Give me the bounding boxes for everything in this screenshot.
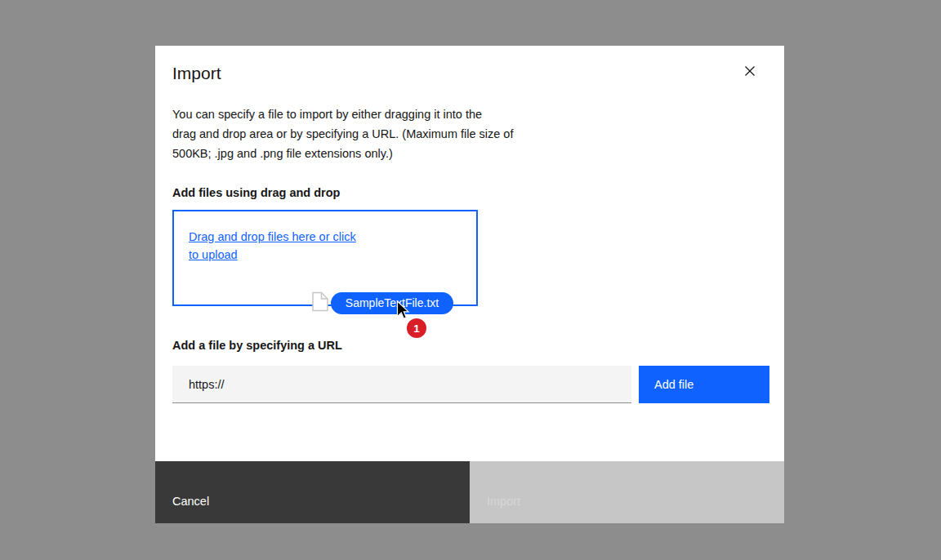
description-line: 500KB; .jpg and .png file extensions onl… [172,144,513,163]
modal-title: Import [172,64,221,83]
dropzone-heading: Add files using drag and drop [172,186,340,199]
modal-footer: Cancel Import [155,461,784,523]
drag-count-badge: 1 [407,318,426,338]
modal-description: You can specify a file to import by eith… [172,104,513,163]
dragged-file-pill[interactable]: SampleTextFile.txt [331,292,453,314]
import-button[interactable]: Import [470,461,784,523]
close-icon [743,64,756,80]
description-line: drag and drop area or by specifying a UR… [172,124,513,144]
url-input[interactable] [172,366,631,403]
description-line: You can specify a file to import by eith… [172,104,513,124]
document-icon [311,291,329,315]
upload-link-line: Drag and drop files here or click [189,228,356,246]
add-file-button[interactable]: Add file [639,366,769,403]
import-modal: Import You can specify a file to import … [155,46,784,523]
cancel-button[interactable]: Cancel [155,461,470,523]
mouse-pointer-icon [396,300,410,323]
upload-link-line: to upload [189,246,356,264]
url-section-heading: Add a file by specifying a URL [172,339,342,352]
upload-link[interactable]: Drag and drop files here or click to upl… [189,228,356,264]
close-button[interactable] [732,54,768,90]
